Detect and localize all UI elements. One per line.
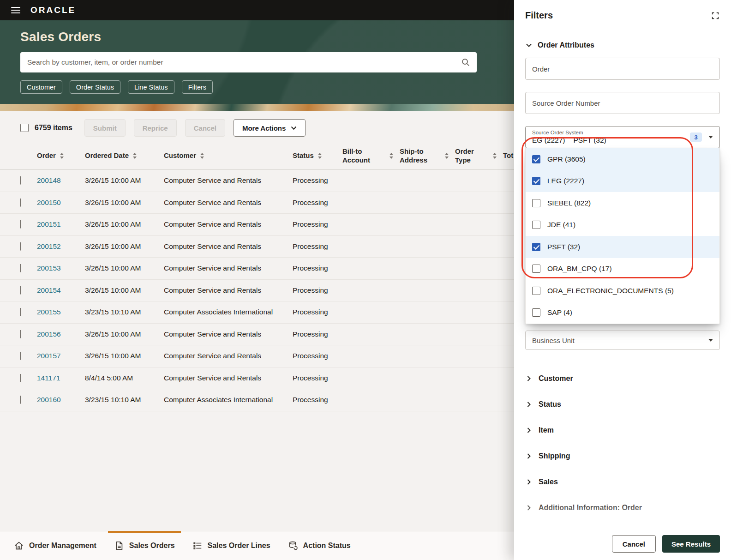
table-row[interactable]: 200150 3/26/15 10:00 AM Computer Service… [0, 192, 514, 214]
option-checkbox[interactable] [532, 177, 540, 185]
dropdown-option[interactable]: GPR (3605) [526, 148, 719, 170]
option-checkbox[interactable] [532, 287, 540, 295]
dropdown-option[interactable]: JDE (41) [526, 214, 719, 236]
hamburger-menu-icon[interactable] [11, 7, 20, 13]
row-checkbox[interactable] [20, 374, 21, 382]
collapsed-section-label: Customer [539, 374, 573, 383]
search-icon[interactable] [461, 58, 470, 67]
column-header[interactable]: Ordered Date [85, 151, 164, 160]
nav-item-sales-orders[interactable]: Sales Orders [114, 531, 175, 560]
option-checkbox[interactable] [532, 199, 540, 207]
order-number-link[interactable]: 200151 [37, 220, 85, 229]
option-checkbox[interactable] [532, 243, 540, 251]
collapsed-section-row[interactable]: Additional Information: Order [525, 495, 720, 521]
toolbar-action-button[interactable]: Reprice [134, 119, 177, 137]
business-unit-select[interactable]: Business Unit [525, 331, 720, 350]
column-header[interactable]: Status [293, 151, 342, 160]
table-row[interactable]: 200161 3/23/15 10:10 AM Computer Associa… [0, 411, 514, 418]
nav-item-order-management[interactable]: Order Management [14, 531, 96, 560]
row-checkbox[interactable] [20, 176, 21, 185]
search-bar [20, 52, 477, 72]
dropdown-option[interactable]: SIEBEL (822) [526, 192, 719, 214]
option-checkbox[interactable] [532, 308, 540, 317]
option-checkbox[interactable] [532, 221, 540, 229]
sort-icon[interactable] [389, 153, 393, 159]
order-number-link[interactable]: 200152 [37, 242, 85, 251]
order-number-link[interactable]: 200154 [37, 286, 85, 295]
sort-icon[interactable] [445, 153, 449, 159]
dropdown-option[interactable]: ORA_ELECTRONIC_DOCUMENTS (5) [526, 280, 719, 302]
section-order-attributes[interactable]: Order Attributes [525, 41, 720, 49]
filter-chip[interactable]: Customer [20, 80, 62, 94]
row-checkbox[interactable] [20, 220, 21, 229]
sort-icon[interactable] [493, 153, 497, 159]
order-number-link[interactable]: 200157 [37, 352, 85, 360]
column-header[interactable]: Order [37, 151, 85, 160]
collapsed-section-row[interactable]: Customer [525, 366, 720, 391]
option-checkbox[interactable] [532, 155, 540, 163]
cancel-button[interactable]: Cancel [612, 535, 656, 553]
filter-chip[interactable]: Filters [182, 80, 213, 94]
row-checkbox[interactable] [20, 308, 21, 316]
table-row[interactable]: 200153 3/26/15 10:00 AM Computer Service… [0, 258, 514, 280]
table-row[interactable]: 200157 3/26/15 10:00 AM Computer Service… [0, 345, 514, 367]
nav-item-sales-order-lines[interactable]: Sales Order Lines [192, 531, 270, 560]
nav-item-action-status[interactable]: Action Status [288, 531, 351, 560]
toolbar-action-button[interactable]: Cancel [185, 119, 225, 137]
row-checkbox[interactable] [20, 242, 21, 251]
row-checkbox[interactable] [20, 199, 21, 207]
expand-panel-icon[interactable] [711, 11, 720, 20]
option-label: SAP (4) [547, 308, 572, 317]
order-number-link[interactable]: 200150 [37, 199, 85, 207]
dropdown-option[interactable]: LEG (2227) [526, 170, 719, 193]
row-checkbox[interactable] [20, 264, 21, 272]
filter-chip[interactable]: Order Status [70, 80, 120, 94]
column-header[interactable]: Ship-to Address [400, 147, 455, 165]
source-order-number-input[interactable]: Source Order Number [525, 92, 720, 114]
row-checkbox[interactable] [20, 352, 21, 360]
collapsed-section-row[interactable]: Item [525, 417, 720, 443]
column-header[interactable]: Bill-to Account [342, 147, 400, 165]
table-row[interactable]: 200160 3/23/15 10:10 AM Computer Associa… [0, 389, 514, 411]
column-header[interactable]: Customer [164, 151, 293, 160]
table-row[interactable]: 200154 3/26/15 10:00 AM Computer Service… [0, 280, 514, 302]
sort-icon[interactable] [200, 153, 204, 159]
table-row[interactable]: 141171 8/4/14 5:00 AM Computer Service a… [0, 367, 514, 390]
search-input[interactable] [20, 52, 477, 72]
sort-icon[interactable] [133, 153, 137, 159]
order-number-link[interactable]: 200155 [37, 308, 85, 316]
order-number-link[interactable]: 200148 [37, 176, 85, 185]
column-header: Tot [503, 151, 514, 160]
table-row[interactable]: 200152 3/26/15 10:00 AM Computer Service… [0, 236, 514, 258]
option-checkbox[interactable] [532, 265, 540, 273]
collapsed-section-row[interactable]: Shipping [525, 443, 720, 469]
sort-icon[interactable] [318, 153, 322, 159]
order-number-link[interactable]: 200160 [37, 396, 85, 404]
table-row[interactable]: 200155 3/23/15 10:10 AM Computer Associa… [0, 301, 514, 324]
dropdown-option[interactable]: PSFT (32) [526, 236, 719, 258]
dropdown-option[interactable]: SAP (4) [526, 302, 719, 324]
select-all-checkbox[interactable] [20, 124, 29, 132]
order-number-link[interactable]: 200153 [37, 264, 85, 272]
dropdown-caret-icon[interactable] [708, 136, 713, 138]
see-results-button[interactable]: See Results [662, 535, 720, 553]
dropdown-option[interactable]: ORA_BM_CPQ (17) [526, 258, 719, 280]
toolbar-action-button[interactable]: Submit [84, 119, 126, 137]
column-header[interactable]: Order Type [455, 147, 503, 165]
collapsed-section-row[interactable]: Status [525, 391, 720, 417]
filter-chip-label: Customer [27, 84, 56, 91]
row-checkbox[interactable] [20, 396, 21, 404]
order-number-link[interactable]: 141171 [37, 374, 85, 382]
filter-chip[interactable]: Line Status [128, 80, 174, 94]
collapsed-section-row[interactable]: Sales [525, 469, 720, 495]
table-row[interactable]: 200151 3/26/15 10:00 AM Computer Service… [0, 214, 514, 236]
order-number-link[interactable]: 200156 [37, 330, 85, 338]
source-order-system-combobox[interactable]: Source Order System EG (2227) PSFT (32) … [525, 126, 720, 148]
table-row[interactable]: 200148 3/26/15 10:00 AM Computer Service… [0, 170, 514, 192]
row-checkbox[interactable] [20, 286, 21, 295]
order-input[interactable]: Order [525, 58, 720, 80]
sort-icon[interactable] [60, 153, 64, 159]
row-checkbox[interactable] [20, 330, 21, 338]
more-actions-button[interactable]: More Actions [234, 119, 306, 137]
table-row[interactable]: 200156 3/26/15 10:00 AM Computer Service… [0, 324, 514, 346]
